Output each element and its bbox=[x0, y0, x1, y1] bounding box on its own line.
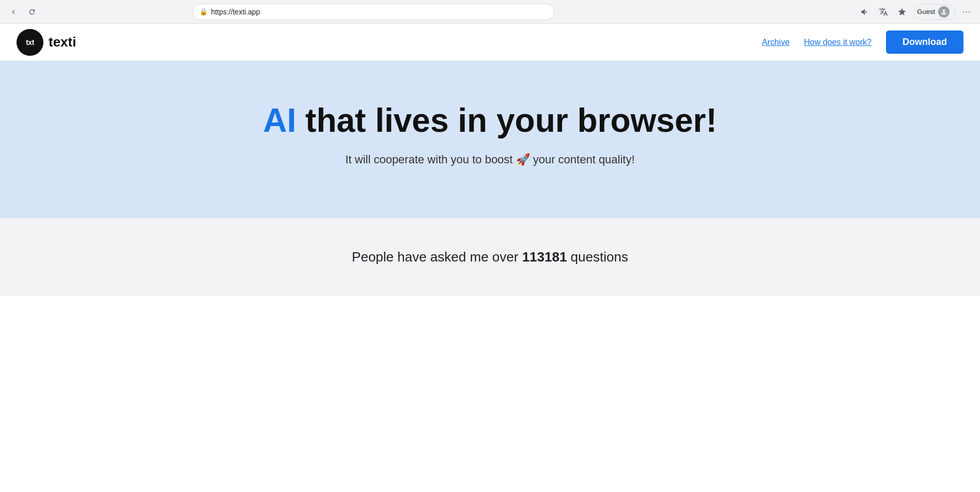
stats-post: questions bbox=[567, 249, 628, 265]
browser-actions: Guest ··· bbox=[858, 4, 974, 20]
lock-icon: 🔒 bbox=[199, 8, 208, 16]
subtitle-pre: It will cooperate with you to boost bbox=[345, 153, 516, 166]
hero-title: AI that lives in your browser! bbox=[17, 102, 963, 139]
stats-text: People have asked me over 113181 questio… bbox=[17, 249, 963, 265]
logo-icon: txt bbox=[17, 29, 43, 56]
reload-button[interactable] bbox=[25, 5, 39, 19]
download-button[interactable]: Download bbox=[886, 30, 963, 54]
address-bar[interactable]: 🔒 https://texti.app bbox=[193, 4, 554, 20]
nav-links: Archive How does it work? Download bbox=[762, 30, 963, 54]
back-button[interactable] bbox=[6, 5, 21, 19]
page-wrapper: txt texti Archive How does it work? Down… bbox=[0, 24, 980, 296]
favorites-button[interactable] bbox=[895, 5, 909, 19]
subtitle-post: your content quality! bbox=[530, 153, 635, 166]
archive-link[interactable]: Archive bbox=[762, 38, 789, 47]
hero-title-ai: AI bbox=[263, 102, 296, 139]
hero-section: AI that lives in your browser! It will c… bbox=[0, 61, 980, 218]
how-it-works-link[interactable]: How does it work? bbox=[804, 38, 872, 47]
browser-chrome: 🔒 https://texti.app Guest ··· bbox=[0, 0, 980, 24]
browser-menu-button[interactable]: ··· bbox=[959, 5, 974, 19]
stats-section: People have asked me over 113181 questio… bbox=[0, 218, 980, 296]
read-aloud-button[interactable] bbox=[858, 5, 872, 19]
logo-area: txt texti bbox=[17, 29, 76, 56]
profile-button[interactable]: Guest bbox=[913, 4, 955, 20]
logo-text: texti bbox=[49, 34, 76, 50]
guest-label: Guest bbox=[917, 8, 935, 16]
hero-title-rest: that lives in your browser! bbox=[296, 102, 717, 139]
hero-subtitle: It will cooperate with you to boost 🚀 yo… bbox=[17, 153, 963, 166]
stats-number: 113181 bbox=[522, 249, 567, 265]
translate-button[interactable] bbox=[876, 5, 891, 19]
url-text: https://texti.app bbox=[211, 8, 260, 16]
avatar bbox=[938, 6, 950, 18]
rocket-icon: 🚀 bbox=[516, 153, 530, 166]
site-nav: txt texti Archive How does it work? Down… bbox=[0, 24, 980, 61]
stats-pre: People have asked me over bbox=[352, 249, 522, 265]
